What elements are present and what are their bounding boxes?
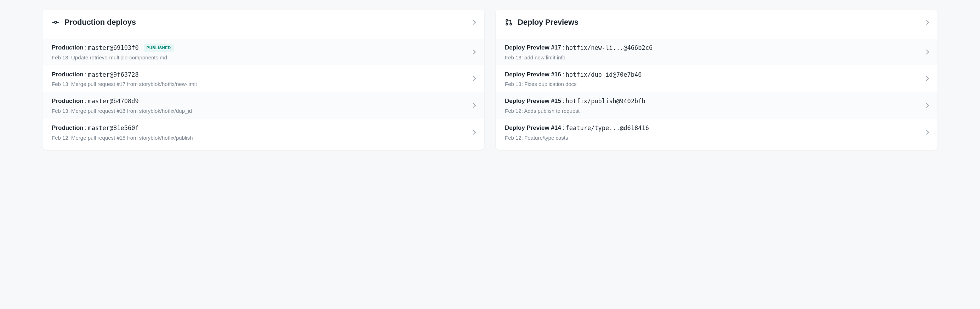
preview-subtitle: Feb 12: Feature/type casts [505, 135, 921, 141]
deploy-ref: master@b4708d9 [88, 97, 138, 106]
preview-label: Deploy Preview #16 [505, 70, 561, 79]
deploy-previews-title: Deploy Previews [518, 18, 925, 27]
chevron-right-icon [471, 130, 476, 135]
deploy-label: Production [52, 43, 84, 52]
preview-row[interactable]: Deploy Preview #15: hotfix/publish@9402b… [496, 92, 937, 119]
preview-label: Deploy Preview #15 [505, 97, 561, 106]
chevron-right-icon [924, 20, 929, 25]
deploy-ref: master@81e560f [88, 124, 138, 133]
preview-row[interactable]: Deploy Preview #14: feature/type...@d618… [496, 119, 937, 146]
deploy-row[interactable]: Production: master@81e560f Feb 12: Merge… [43, 119, 484, 146]
production-deploys-card: Production deploys Production: master@69… [43, 10, 484, 150]
deploy-subtitle: Feb 13: Update retrieve-multiple-compone… [52, 54, 467, 60]
preview-ref: feature/type...@d618416 [566, 124, 649, 133]
deploy-row[interactable]: Production: master@9f63728 Feb 13: Merge… [43, 65, 484, 92]
deploy-label: Production [52, 124, 84, 133]
commit-icon [52, 18, 59, 26]
divider [52, 32, 475, 32]
chevron-right-icon [924, 103, 929, 108]
deploy-row[interactable]: Production: master@b4708d9 Feb 13: Merge… [43, 92, 484, 119]
preview-label: Deploy Preview #14 [505, 124, 561, 133]
preview-ref: hotfix/publish@9402bfb [566, 97, 646, 106]
deploy-subtitle: Feb 13: Merge pull request #16 from stor… [52, 108, 467, 114]
preview-subtitle: Feb 13: Fixes duplication docs [505, 81, 921, 87]
pull-request-icon [505, 18, 513, 26]
chevron-right-icon [924, 76, 929, 81]
preview-label: Deploy Preview #17 [505, 43, 561, 52]
chevron-right-icon [471, 103, 476, 108]
status-badge: PUBLISHED [144, 44, 174, 52]
deploy-label: Production [52, 97, 84, 106]
chevron-right-icon [924, 130, 929, 135]
deploy-ref: master@9f63728 [88, 70, 138, 79]
chevron-right-icon [471, 76, 476, 81]
deploy-label: Production [52, 70, 84, 79]
preview-subtitle: Feb 12: Adds publish to request [505, 108, 921, 114]
preview-ref: hotfix/new-li...@466b2c6 [566, 43, 653, 52]
production-deploys-title: Production deploys [64, 18, 472, 27]
deploy-previews-card: Deploy Previews Deploy Preview #17: hotf… [496, 10, 937, 150]
deploy-previews-header[interactable]: Deploy Previews [496, 10, 937, 32]
deploy-row[interactable]: Production: master@69103f0 PUBLISHED Feb… [43, 38, 484, 65]
preview-subtitle: Feb 13: add new limit info [505, 54, 921, 60]
preview-row[interactable]: Deploy Preview #17: hotfix/new-li...@466… [496, 38, 937, 65]
deploy-subtitle: Feb 12: Merge pull request #15 from stor… [52, 135, 467, 141]
chevron-right-icon [471, 49, 476, 54]
preview-ref: hotfix/dup_id@70e7b46 [566, 70, 642, 79]
deploy-ref: master@69103f0 [88, 43, 138, 52]
deploy-subtitle: Feb 13: Merge pull request #17 from stor… [52, 81, 467, 87]
divider [505, 32, 928, 32]
production-deploys-header[interactable]: Production deploys [43, 10, 484, 32]
chevron-right-icon [471, 20, 476, 25]
chevron-right-icon [924, 49, 929, 54]
preview-row[interactable]: Deploy Preview #16: hotfix/dup_id@70e7b4… [496, 65, 937, 92]
